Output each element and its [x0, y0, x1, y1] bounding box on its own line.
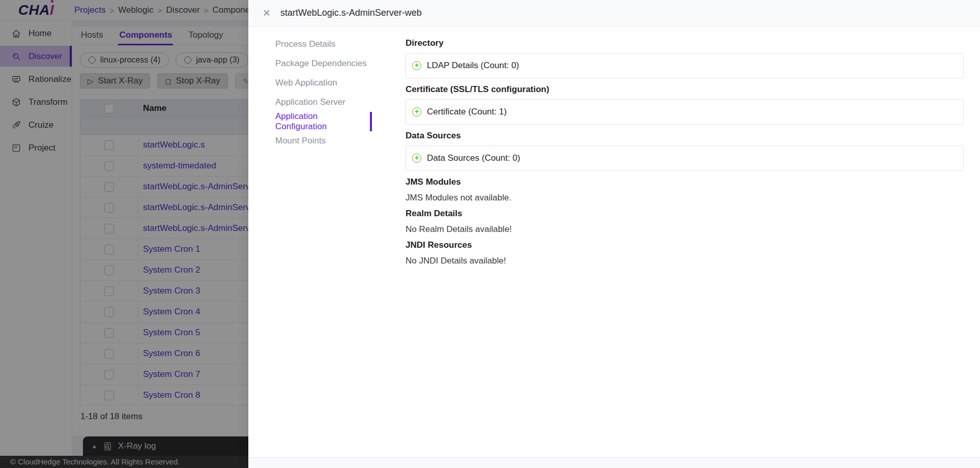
section-heading-certificate: Certificate (SSL/TLS configuration)	[406, 84, 964, 94]
drawer-nav-process-details[interactable]: Process Details	[275, 35, 372, 54]
jms-modules-message: JMS Modules not available.	[406, 193, 964, 202]
drawer-nav-mount-points[interactable]: Mount Points	[275, 131, 372, 151]
ldap-details-panel[interactable]: + LDAP Details (Count: 0)	[406, 53, 964, 78]
expand-plus-icon: +	[412, 154, 421, 163]
panel-label: LDAP Details (Count: 0)	[427, 61, 519, 71]
app-root: CHAI Projects > Weblogic > Discover > Co…	[0, 0, 980, 468]
section-heading-jms-modules: JMS Modules	[406, 177, 964, 187]
section-heading-realm-details: Realm Details	[406, 209, 964, 218]
close-icon[interactable]: ✕	[262, 7, 272, 19]
drawer-nav-package-dependencies[interactable]: Package Dependencies	[275, 54, 372, 73]
realm-details-message: No Realm Details available!	[406, 224, 964, 234]
drawer-title: startWebLogic.s-AdminServer-web	[280, 8, 422, 18]
drawer-footer-strip	[248, 457, 980, 468]
jndi-resources-message: No JNDI Details available!	[406, 256, 964, 266]
drawer-nav-web-application[interactable]: Web Application	[275, 73, 372, 93]
drawer-nav-application-configuration[interactable]: Application Configuration	[275, 112, 372, 131]
drawer-nav: Process Details Package Dependencies Web…	[275, 35, 372, 151]
panel-label: Data Sources (Count: 0)	[427, 153, 520, 163]
data-sources-panel[interactable]: + Data Sources (Count: 0)	[406, 145, 964, 171]
panel-label: Certificate (Count: 1)	[427, 107, 507, 117]
section-heading-directory: Directory	[406, 38, 964, 48]
expand-plus-icon: +	[412, 107, 421, 116]
drawer-nav-application-server[interactable]: Application Server	[275, 93, 372, 112]
expand-plus-icon: +	[412, 61, 421, 70]
application-configuration-content: Directory + LDAP Details (Count: 0) Cert…	[406, 38, 964, 266]
certificate-panel[interactable]: + Certificate (Count: 1)	[406, 99, 964, 125]
section-heading-data-sources: Data Sources	[406, 131, 964, 140]
section-heading-jndi-resources: JNDI Resources	[406, 240, 964, 250]
component-detail-drawer: ✕ startWebLogic.s-AdminServer-web Proces…	[248, 0, 980, 468]
drawer-header: ✕ startWebLogic.s-AdminServer-web	[248, 0, 980, 26]
